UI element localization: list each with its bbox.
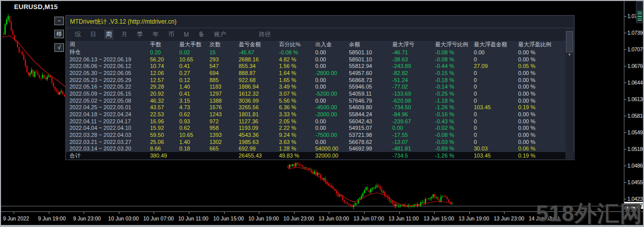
candle-body: [22, 52, 23, 54]
scrollbar-down-icon[interactable]: ▼: [565, 53, 574, 57]
table-row[interactable]: 2022.03.28 ~ 2022.04.0359.5010.651393454…: [66, 131, 574, 138]
tab-周[interactable]: 周: [104, 30, 113, 39]
mini-scrollbar-stripes-icon: [637, 11, 642, 21]
value-cell: -2000.00: [315, 111, 349, 117]
tab-月[interactable]: 月: [120, 30, 129, 39]
price-label: 1.06130: [627, 96, 644, 102]
candle-body: [447, 197, 448, 199]
time-label: 9 Jun 23:00: [73, 215, 101, 221]
value-cell: 59.50: [150, 132, 179, 138]
value-cell: 58501.10: [349, 49, 392, 55]
candle-body: [57, 91, 58, 95]
value-cell: 9.24 %: [279, 132, 315, 138]
candle-body: [289, 165, 290, 168]
stats-panel: MTDriver统计 ,V3.12 (http://mtdriver.cn) 综…: [65, 15, 575, 160]
candle-body: [19, 47, 20, 52]
candle-body: [5, 24, 6, 34]
value-cell: 1.28 %: [279, 145, 315, 152]
candle-body: [13, 31, 14, 35]
table-row[interactable]: 2022.06.06 ~ 2022.06.1210.740.41547855.3…: [66, 63, 574, 70]
candle-body: [397, 204, 398, 206]
value-cell: 32000.00: [315, 153, 349, 159]
value-cell: -0.16 %: [435, 111, 474, 117]
tab-综[interactable]: 综: [73, 30, 82, 39]
value-cell: 2.05 %: [279, 118, 315, 124]
value-cell: 26455.43: [239, 153, 279, 159]
table-row[interactable]: 2022.03.21 ~ 2022.03.2725.061.4013021985…: [66, 138, 574, 145]
period-cell: 2022.06.06 ~ 2022.06.12: [69, 63, 150, 69]
value-cell: 888.87: [239, 70, 279, 76]
value-cell: 1388: [209, 98, 239, 104]
price-tick: [624, 49, 626, 50]
price-label: 1.05180: [627, 146, 644, 152]
candle-body: [350, 205, 351, 205]
header-cell: 周: [69, 41, 150, 48]
price-tick: [624, 66, 626, 66]
candle-body: [62, 92, 63, 95]
candle-body: [292, 164, 293, 166]
value-cell: 15: [209, 49, 239, 55]
scrollbar-thumb[interactable]: [566, 31, 573, 52]
header-cell: 最大浮亏: [392, 41, 435, 48]
tab-账户[interactable]: 账户: [212, 30, 228, 39]
period-cell: 2022.05.16 ~ 2022.05.22: [69, 84, 150, 90]
tab-备[interactable]: 备: [197, 30, 206, 39]
header-cell: 出入金: [315, 41, 349, 48]
value-cell: -38.63: [392, 56, 435, 62]
value-cell: -0.25 %: [435, 91, 474, 97]
value-cell: 0.62: [179, 125, 209, 131]
period-cell: 2022.04.18 ~ 2022.04.24: [69, 111, 150, 117]
tab-M[interactable]: M: [182, 31, 190, 39]
value-cell: -82.82: [392, 70, 435, 76]
candle-body: [444, 196, 445, 197]
candle-body: [23, 55, 24, 60]
value-cell: 56868.73: [349, 77, 392, 83]
table-row[interactable]: 2022.04.18 ~ 2022.04.2422.530.6212431801…: [66, 111, 574, 118]
table-row[interactable]: 2022.04.25 ~ 2022.05.0143.574.7315763265…: [66, 104, 574, 111]
value-cell: 0: [474, 84, 518, 90]
value-cell: 0.00: [392, 125, 435, 131]
candle-body: [305, 168, 306, 168]
total-row[interactable]: 合计380.4926455.4349.83 %32000.00-734.5-1.…: [66, 152, 574, 160]
table-row[interactable]: 2022.05.02 ~ 2022.05.0846.323.1513883036…: [66, 97, 574, 104]
minimize-button[interactable]: −: [54, 17, 64, 25]
tab-币[interactable]: 币: [167, 30, 176, 39]
table-row[interactable]: 2022.05.16 ~ 2022.05.2229.281.4011831886…: [66, 84, 574, 91]
candle-body: [54, 87, 55, 90]
value-cell: 0.00: [315, 77, 349, 83]
candle-body: [56, 90, 57, 91]
candle-body: [303, 167, 304, 168]
value-cell: 0.20: [150, 49, 179, 55]
value-cell: 1985.63: [239, 139, 279, 145]
candle-body: [354, 203, 355, 205]
table-row[interactable]: 持仓0.200.0215-45.67-0.08 %0.0058501.10-46…: [66, 48, 574, 56]
value-cell: 0: [474, 70, 518, 76]
value-cell: 25.06: [150, 139, 179, 145]
tab-年[interactable]: 年: [151, 30, 160, 39]
value-cell: 694: [209, 70, 239, 76]
table-header: 周手数最大手数次数盈亏金额百分比%出入金余额最大浮亏最大浮亏比例最大浮盈金额最大…: [66, 41, 574, 48]
move-button[interactable]: 移: [54, 30, 64, 38]
tab-路径[interactable]: 路径: [257, 30, 272, 39]
value-cell: -620.98: [392, 98, 435, 104]
value-cell: -0.03 %: [435, 139, 474, 145]
tab-日[interactable]: 日: [89, 30, 98, 39]
table-row[interactable]: 2022.04.04 ~ 2022.04.1015.920.629581193.…: [66, 124, 574, 131]
candle-body: [317, 173, 318, 175]
table-row[interactable]: 2022.04.11 ~ 2022.04.1716.960.939721127.…: [66, 118, 574, 125]
value-cell: 103.45: [474, 104, 518, 110]
value-cell: 0.62: [179, 111, 209, 117]
value-cell: 6.36 %: [279, 104, 315, 110]
mini-scrollbar-widget[interactable]: [636, 1, 643, 23]
panel-scrollbar[interactable]: ▼: [565, 28, 574, 159]
table-row[interactable]: 2022.05.30 ~ 2022.06.0512.060.27694888.8…: [66, 69, 574, 77]
value-cell: -17.55: [392, 132, 435, 138]
value-cell: 4543.36: [239, 132, 279, 138]
toggle-button[interactable]: √: [54, 43, 64, 52]
table-row[interactable]: 2022.06.13 ~ 2022.06.1956.2010.652932688…: [66, 56, 574, 63]
tab-季[interactable]: 季: [135, 30, 145, 39]
table-row[interactable]: 2022.05.23 ~ 2022.05.2912.570.12885922.6…: [66, 77, 574, 84]
candle-body: [366, 187, 367, 190]
table-row[interactable]: 2022.03.14 ~ 2022.03.208.660.18665692.99…: [66, 145, 574, 152]
table-row[interactable]: 2022.05.09 ~ 2022.05.1520.920.4112971612…: [66, 90, 574, 97]
